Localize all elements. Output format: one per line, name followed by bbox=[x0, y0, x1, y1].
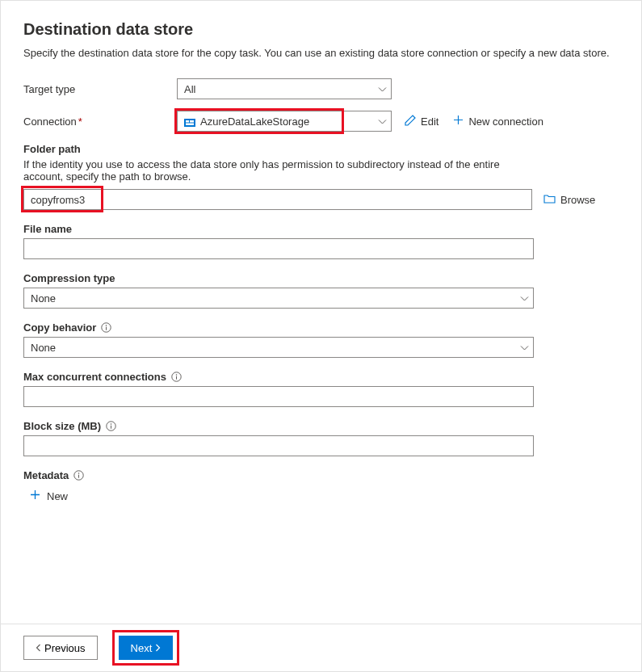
connection-select[interactable]: AzureDataLakeStorage bbox=[177, 111, 392, 132]
block-size-label: Block size (MB) bbox=[23, 420, 619, 432]
folder-path-label: Folder path bbox=[23, 143, 619, 155]
metadata-new-button[interactable]: New bbox=[23, 485, 619, 502]
compression-type-value: None bbox=[31, 292, 56, 304]
previous-label: Previous bbox=[44, 642, 86, 654]
page-description: Specify the destination data store for t… bbox=[23, 47, 619, 59]
target-type-value: All bbox=[184, 83, 195, 95]
plus-icon bbox=[453, 115, 464, 128]
new-connection-label: New connection bbox=[468, 116, 543, 128]
datalake-icon bbox=[184, 117, 195, 125]
svg-rect-12 bbox=[111, 426, 111, 429]
folder-icon bbox=[543, 194, 556, 206]
svg-rect-9 bbox=[176, 376, 177, 380]
info-icon[interactable] bbox=[73, 470, 84, 481]
metadata-label: Metadata bbox=[23, 469, 619, 481]
edit-icon bbox=[405, 115, 416, 128]
svg-rect-2 bbox=[190, 120, 194, 123]
svg-rect-3 bbox=[186, 124, 194, 126]
page-title: Destination data store bbox=[23, 20, 619, 39]
info-icon[interactable] bbox=[101, 322, 111, 333]
max-concurrent-input[interactable] bbox=[23, 386, 534, 407]
svg-point-5 bbox=[106, 325, 107, 326]
copy-behavior-value: None bbox=[31, 342, 56, 354]
browse-label: Browse bbox=[560, 194, 595, 206]
svg-point-8 bbox=[176, 374, 178, 376]
svg-rect-1 bbox=[186, 120, 189, 123]
edit-connection-button[interactable]: Edit bbox=[405, 115, 438, 128]
svg-point-11 bbox=[111, 423, 112, 425]
max-concurrent-label: Max concurrent connections bbox=[23, 371, 619, 383]
copy-behavior-label: Copy behavior bbox=[23, 321, 619, 334]
connection-value: AzureDataLakeStorage bbox=[200, 116, 309, 128]
copy-behavior-select[interactable]: None bbox=[23, 337, 534, 358]
file-name-input[interactable] bbox=[23, 238, 534, 259]
svg-point-14 bbox=[78, 472, 80, 474]
next-button[interactable]: Next bbox=[119, 636, 174, 660]
new-connection-button[interactable]: New connection bbox=[453, 115, 543, 128]
target-type-label: Target type bbox=[23, 83, 177, 95]
plus-icon bbox=[30, 489, 40, 502]
required-indicator: * bbox=[78, 116, 82, 128]
connection-label: Connection* bbox=[23, 116, 177, 128]
svg-rect-15 bbox=[78, 475, 79, 478]
browse-button[interactable]: Browse bbox=[543, 194, 595, 206]
info-icon[interactable] bbox=[106, 421, 116, 431]
chevron-right-icon bbox=[155, 642, 161, 654]
next-label: Next bbox=[131, 642, 153, 654]
metadata-new-label: New bbox=[47, 490, 68, 502]
file-name-label: File name bbox=[23, 223, 619, 235]
svg-rect-6 bbox=[106, 327, 107, 330]
edit-label: Edit bbox=[421, 116, 438, 128]
compression-type-label: Compression type bbox=[23, 272, 619, 284]
compression-type-select[interactable]: None bbox=[23, 288, 534, 309]
target-type-select[interactable]: All bbox=[177, 78, 392, 99]
folder-path-input[interactable] bbox=[23, 189, 532, 210]
chevron-left-icon bbox=[36, 642, 41, 654]
block-size-input[interactable] bbox=[23, 435, 534, 456]
info-icon[interactable] bbox=[171, 372, 182, 382]
previous-button[interactable]: Previous bbox=[23, 636, 98, 660]
svg-rect-0 bbox=[184, 119, 195, 127]
folder-path-hint: If the identity you use to access the da… bbox=[23, 158, 524, 183]
